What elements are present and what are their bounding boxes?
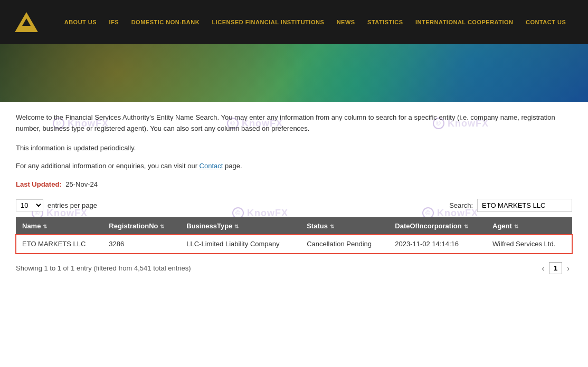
logo[interactable]: [5, 12, 48, 32]
table-controls: 10 25 50 100 entries per page Search:: [16, 199, 572, 212]
sort-icon: ⇅: [234, 224, 239, 229]
nav-link-domestic-non-bank[interactable]: DOMESTIC NON-BANK: [131, 19, 200, 25]
contact-prefix: For any additional information or enquir…: [16, 162, 200, 170]
hero-image: [0, 44, 588, 102]
intro-paragraph-1: Welcome to the Financial Services Author…: [16, 112, 572, 134]
search-area: Search:: [449, 199, 572, 212]
nav-link-contact-us[interactable]: CONTACT US: [526, 19, 566, 25]
navigation: ABOUT USIFSDOMESTIC NON-BANKLICENSED FIN…: [0, 0, 588, 44]
nav-link-licensed-financial-institutions[interactable]: LICENSED FINANCIAL INSTITUTIONS: [212, 19, 325, 25]
entries-label: entries per page: [48, 201, 97, 209]
intro-paragraph-2: This information is updated periodically…: [16, 143, 572, 154]
cell-status: Cancellation Pending: [300, 235, 388, 254]
col-header-agent[interactable]: Agent⇅: [486, 217, 572, 235]
page-1-button[interactable]: 1: [549, 262, 562, 274]
last-updated-label: Last Updated:: [16, 180, 62, 188]
contact-line: For any additional information or enquir…: [16, 162, 572, 170]
nav-link-ifs[interactable]: IFS: [109, 19, 119, 25]
table-header: Name⇅RegistrationNo⇅BusinessType⇅Status⇅…: [16, 217, 572, 235]
next-page-button[interactable]: ›: [564, 263, 572, 274]
data-table: Name⇅RegistrationNo⇅BusinessType⇅Status⇅…: [16, 217, 572, 254]
contact-link[interactable]: Contact: [200, 162, 223, 170]
sort-icon: ⇅: [160, 224, 164, 229]
col-header-status[interactable]: Status⇅: [300, 217, 388, 235]
cell-agent: Wilfred Services Ltd.: [486, 235, 572, 254]
pagination-controls: ‹ 1 ›: [539, 262, 572, 274]
entries-per-page: 10 25 50 100 entries per page: [16, 199, 97, 211]
cell-date: 2023-11-02 14:14:16: [388, 235, 486, 254]
col-header-business_type[interactable]: BusinessType⇅: [180, 217, 300, 235]
sort-icon: ⇅: [330, 224, 334, 229]
contact-suffix: page.: [223, 162, 242, 170]
search-input[interactable]: [477, 199, 572, 212]
sort-icon: ⇅: [464, 224, 468, 229]
table-header-row: Name⇅RegistrationNo⇅BusinessType⇅Status⇅…: [16, 217, 572, 235]
nav-link-statistics[interactable]: STATISTICS: [367, 19, 403, 25]
sort-icon: ⇅: [514, 224, 518, 229]
nav-link-news[interactable]: NEWS: [337, 19, 355, 25]
search-label: Search:: [449, 201, 473, 209]
cell-business_type: LLC-Limited Liability Company: [180, 235, 300, 254]
col-header-date[interactable]: DateOfIncorporation⇅: [388, 217, 486, 235]
main-content: ©KnowFX©KnowFX©KnowFX©KnowFX©KnowFX©Know…: [0, 102, 588, 287]
nav-links-container: ABOUT USIFSDOMESTIC NON-BANKLICENSED FIN…: [48, 19, 583, 25]
nav-link-international-cooperation[interactable]: INTERNATIONAL COOPERATION: [415, 19, 513, 25]
prev-page-button[interactable]: ‹: [539, 263, 547, 274]
last-updated-value: 25-Nov-24: [65, 180, 98, 188]
entries-select[interactable]: 10 25 50 100: [16, 199, 43, 211]
col-header-reg_no[interactable]: RegistrationNo⇅: [102, 217, 180, 235]
nav-link-about-us[interactable]: ABOUT US: [64, 19, 97, 25]
showing-text: Showing 1 to 1 of 1 entry (filtered from…: [16, 264, 191, 272]
logo-icon: [15, 12, 38, 32]
pagination-area: Showing 1 to 1 of 1 entry (filtered from…: [16, 260, 572, 276]
last-updated-section: Last Updated: 25-Nov-24: [16, 180, 572, 188]
col-header-name[interactable]: Name⇅: [16, 217, 102, 235]
sort-icon: ⇅: [43, 224, 47, 229]
table-row: ETO MARKETS LLC3286LLC-Limited Liability…: [16, 235, 572, 254]
cell-reg_no: 3286: [102, 235, 180, 254]
cell-name: ETO MARKETS LLC: [16, 235, 102, 254]
table-body: ETO MARKETS LLC3286LLC-Limited Liability…: [16, 235, 572, 254]
